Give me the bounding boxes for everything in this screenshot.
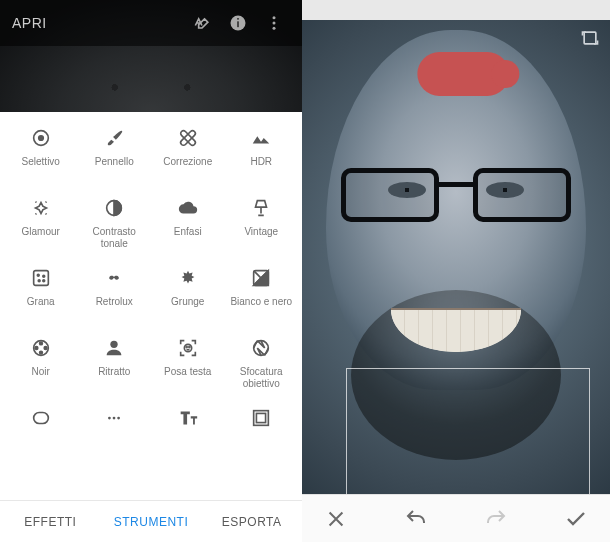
tool-label: Sfocatura obiettivo xyxy=(227,366,295,389)
svg-point-20 xyxy=(35,347,38,350)
frame-icon xyxy=(249,406,273,430)
svg-point-30 xyxy=(117,417,120,420)
svg-point-15 xyxy=(43,280,45,282)
svg-point-14 xyxy=(38,280,40,282)
half-circle-icon xyxy=(102,196,126,220)
svg-point-25 xyxy=(189,347,190,348)
tool-grain[interactable]: Grana xyxy=(4,260,78,330)
film-grain-icon xyxy=(29,266,53,290)
tool-label: Grana xyxy=(27,296,55,308)
tool-unknown1[interactable] xyxy=(78,400,152,470)
dots-icon xyxy=(102,406,126,430)
healing-tool-screen xyxy=(302,0,610,542)
tool-label: Ritratto xyxy=(98,366,130,378)
tool-glamour[interactable]: Glamour xyxy=(4,190,78,260)
text-tt-icon xyxy=(176,406,200,430)
svg-point-28 xyxy=(108,417,111,420)
aperture-icon xyxy=(249,336,273,360)
tool-drama[interactable]: Enfasi xyxy=(151,190,225,260)
editor-tools-screen: APRI SelettivoPennelloCorrezioneHDRGlamo… xyxy=(0,0,302,542)
tool-bw[interactable]: Bianco e nero xyxy=(225,260,299,330)
svg-point-21 xyxy=(44,347,47,350)
tool-selective[interactable]: Selettivo xyxy=(4,120,78,190)
svg-rect-1 xyxy=(237,21,239,27)
bandage-icon xyxy=(176,126,200,150)
svg-point-24 xyxy=(186,347,187,348)
svg-point-12 xyxy=(37,274,39,276)
photo-subject-glasses xyxy=(341,168,571,226)
tool-label: Enfasi xyxy=(174,226,202,238)
svg-point-7 xyxy=(38,136,43,141)
tool-label: Selettivo xyxy=(22,156,60,168)
edit-stack-icon[interactable] xyxy=(186,7,218,39)
rotate-icon[interactable] xyxy=(580,28,600,48)
svg-point-5 xyxy=(273,27,276,30)
tool-grunge[interactable]: Grunge xyxy=(151,260,225,330)
tool-label: Contrasto tonale xyxy=(80,226,148,249)
target-icon xyxy=(29,126,53,150)
healing-brush-stroke[interactable] xyxy=(417,52,509,96)
cancel-button[interactable] xyxy=(320,503,352,535)
svg-point-22 xyxy=(111,341,118,348)
person-icon xyxy=(102,336,126,360)
vignette-icon xyxy=(29,406,53,430)
svg-rect-32 xyxy=(257,413,266,422)
crop-overlay[interactable] xyxy=(346,368,590,494)
tool-frames[interactable] xyxy=(225,400,299,470)
tool-brush[interactable]: Pennello xyxy=(78,120,152,190)
svg-point-18 xyxy=(39,342,42,345)
tab-export[interactable]: ESPORTA xyxy=(201,501,302,542)
tool-headpose[interactable]: Posa testa xyxy=(151,330,225,400)
tool-vintage[interactable]: Vintage xyxy=(225,190,299,260)
tool-lensblur[interactable]: Sfocatura obiettivo xyxy=(225,330,299,400)
tool-label: Pennello xyxy=(95,156,134,168)
overflow-menu-icon[interactable] xyxy=(258,7,290,39)
mountains-icon xyxy=(249,126,273,150)
svg-point-13 xyxy=(43,275,45,277)
tool-label: Noir xyxy=(32,366,50,378)
svg-rect-11 xyxy=(33,271,48,286)
sparkle-icon xyxy=(29,196,53,220)
svg-point-19 xyxy=(39,351,42,354)
svg-point-3 xyxy=(273,16,276,19)
tool-retrolux[interactable]: Retrolux xyxy=(78,260,152,330)
svg-rect-33 xyxy=(584,32,596,44)
tool-tonal[interactable]: Contrasto tonale xyxy=(78,190,152,260)
cloud-icon xyxy=(176,196,200,220)
tool-portrait[interactable]: Ritratto xyxy=(78,330,152,400)
film-reel-icon xyxy=(29,336,53,360)
tool-label: Grunge xyxy=(171,296,204,308)
tool-label: Vintage xyxy=(244,226,278,238)
undo-button[interactable] xyxy=(400,503,432,535)
svg-point-29 xyxy=(113,417,116,420)
tool-grid: SelettivoPennelloCorrezioneHDRGlamourCon… xyxy=(0,112,302,500)
tool-hdr[interactable]: HDR xyxy=(225,120,299,190)
splat-icon xyxy=(176,266,200,290)
action-bar xyxy=(302,494,610,542)
tab-effects[interactable]: EFFETTI xyxy=(0,501,101,542)
bottom-tab-bar: EFFETTI STRUMENTI ESPORTA xyxy=(0,500,302,542)
tool-noir[interactable]: Noir xyxy=(4,330,78,400)
tab-tools[interactable]: STRUMENTI xyxy=(101,501,202,542)
tool-text[interactable] xyxy=(151,400,225,470)
tool-label: HDR xyxy=(250,156,272,168)
tool-label: Correzione xyxy=(163,156,212,168)
bw-square-icon xyxy=(249,266,273,290)
status-bar xyxy=(302,0,610,20)
redo-button[interactable] xyxy=(480,503,512,535)
svg-point-4 xyxy=(273,22,276,25)
tools-panel: SelettivoPennelloCorrezioneHDRGlamourCon… xyxy=(0,112,302,542)
tool-label: Posa testa xyxy=(164,366,211,378)
tool-label: Bianco e nero xyxy=(230,296,292,308)
face-scan-icon xyxy=(176,336,200,360)
tool-label: Glamour xyxy=(22,226,60,238)
photo-canvas[interactable] xyxy=(302,20,610,494)
info-icon[interactable] xyxy=(222,7,254,39)
tool-label: Retrolux xyxy=(96,296,133,308)
tool-vignette[interactable] xyxy=(4,400,78,470)
apply-button[interactable] xyxy=(560,503,592,535)
open-button[interactable]: APRI xyxy=(12,15,182,31)
top-toolbar: APRI xyxy=(0,0,302,46)
tool-healing[interactable]: Correzione xyxy=(151,120,225,190)
svg-rect-27 xyxy=(33,413,48,424)
